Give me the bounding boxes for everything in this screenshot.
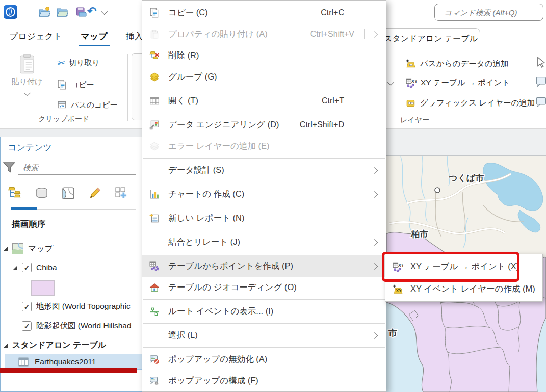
menu-item-add-error-layers[interactable]: エラー レイヤーの追加 (E): [142, 136, 386, 157]
list-by-data-source-icon[interactable]: [35, 187, 48, 200]
open-project-icon[interactable]: [56, 6, 68, 18]
menu-separator: [143, 206, 385, 206]
menu-item-display-route-events[interactable]: ルート イベントの表示... (I): [142, 301, 386, 322]
menu-split-divider: [364, 29, 365, 39]
arcgis-pro-logo: [4, 5, 17, 19]
tab-map[interactable]: マップ: [71, 24, 116, 48]
cut-button[interactable]: ✂ 切り取り: [57, 56, 100, 69]
menu-item-joins-relates[interactable]: 結合とリレート (J): [142, 231, 386, 253]
map-label-tsukuba: つくば市: [448, 173, 484, 183]
xy-table-to-point-icon: XY: [392, 261, 403, 272]
add-error-layers-icon: [149, 141, 160, 152]
filter-icon[interactable]: [3, 161, 15, 173]
annotation-red-underline: [0, 368, 137, 373]
data-engineering-icon: [149, 119, 160, 130]
menu-item-configure-popups[interactable]: ポップアップの構成 (F): [142, 370, 386, 391]
menu-item-data-design[interactable]: データ設計 (S): [142, 160, 386, 181]
tree-item-topographic[interactable]: ✓ 地形図 (World Topographic: [22, 301, 142, 312]
xy-table-to-point-button[interactable]: XY XY テーブル → ポイント: [406, 75, 510, 90]
expand-triangle-icon[interactable]: [13, 266, 17, 270]
snapshot-icon[interactable]: [62, 187, 75, 200]
context-menu: コピー (C) Ctrl+C プロパティの貼り付け (A) Ctrl+Shift…: [142, 0, 386, 392]
cut-icon: ✂: [57, 57, 65, 69]
menu-item-copy[interactable]: コピー (C) Ctrl+C: [142, 2, 386, 23]
copy-icon: [149, 7, 160, 18]
menu-separator: [143, 113, 385, 113]
menu-item-remove[interactable]: 削除 (R): [142, 45, 386, 66]
menu-item-data-engineering[interactable]: データ エンジニアリング (D) Ctrl+Shift+D: [142, 114, 386, 136]
new-project-icon[interactable]: [38, 6, 50, 18]
paste-dropdown-chevron[interactable]: [24, 90, 31, 96]
tree-item-map[interactable]: マップ: [4, 243, 53, 254]
topographic-checkbox[interactable]: ✓: [22, 302, 32, 311]
undo-icon[interactable]: ↶: [87, 4, 96, 18]
menu-item-new-report[interactable]: 新しい レポート (N): [142, 207, 386, 229]
tree-item-chiba[interactable]: ✓ Chiba: [13, 263, 57, 272]
paste-properties-icon: [149, 29, 160, 40]
edit-icon[interactable]: [88, 187, 101, 200]
hillshade-checkbox[interactable]: ✓: [22, 321, 32, 331]
contents-search[interactable]: [18, 160, 136, 175]
chiba-symbol-swatch[interactable]: [31, 280, 55, 296]
expand-triangle-icon[interactable]: [4, 247, 8, 251]
tab-project[interactable]: プロジェクト: [0, 24, 71, 48]
command-search-input[interactable]: [443, 8, 546, 17]
tree-item-hillshade[interactable]: ✓ 陰影起伏図 (World Hillshad: [22, 321, 142, 331]
menu-item-geocode-table[interactable]: テーブルの ジオコーディング (O): [142, 277, 386, 298]
map-label-kashiwa: 柏市: [410, 229, 428, 239]
menu-item-selection[interactable]: 選択 (L): [142, 325, 386, 346]
submenu-item-make-xy-event-layer[interactable]: XY XY イベント レイヤーの作成 (M): [385, 278, 542, 300]
add-graphics-layer-button[interactable]: グラフィックス レイヤーの追加: [406, 95, 535, 111]
command-search[interactable]: [434, 4, 543, 21]
submenu-arrow-icon: [371, 191, 378, 198]
tree-item-standalone-tables[interactable]: スタンドアロン テーブル: [4, 340, 106, 351]
group-layers-icon: [149, 71, 160, 83]
menu-separator: [143, 323, 385, 324]
menu-separator: [143, 347, 385, 348]
undo-dropdown-chevron[interactable]: [101, 8, 108, 15]
popup-tool-icon[interactable]: [535, 75, 546, 88]
contents-pane-title: コンテンツ: [8, 142, 52, 153]
menu-item-create-chart[interactable]: チャートの 作成 (C): [142, 184, 386, 205]
disable-popups-icon: [149, 354, 160, 365]
tree-item-earthquakes2011[interactable]: Earthquakes2011: [5, 354, 142, 370]
chiba-checkbox[interactable]: ✓: [22, 263, 32, 272]
xy-table-to-point-icon: XY: [406, 77, 417, 88]
popup-tool-icon[interactable]: [535, 96, 546, 108]
save-project-icon[interactable]: [75, 6, 87, 18]
contents-pane: コンテンツ 描画順序 マップ ✓ Chiba ✓ 地形図 (World Topo…: [0, 137, 142, 392]
list-by-drawing-order-icon[interactable]: [8, 187, 22, 200]
copy-path-icon: [57, 100, 67, 110]
submenu-arrow-icon: [371, 31, 378, 38]
menu-item-open[interactable]: 開く (T) Ctrl+T: [142, 90, 386, 112]
submenu-item-xy-table-to-point[interactable]: XY XY テーブル → ポイント (X): [385, 255, 542, 278]
copy-path-button[interactable]: パスのコピー: [57, 98, 118, 112]
geocode-table-icon: [149, 282, 160, 293]
menu-item-create-points-from-table[interactable]: テーブルからポイントを作成 (P): [142, 255, 386, 277]
add-data-from-path-button[interactable]: パスからのデータの追加: [406, 56, 508, 71]
submenu-arrow-icon: [371, 239, 378, 246]
svg-text:XY: XY: [411, 78, 417, 83]
contents-search-input[interactable]: [22, 163, 132, 172]
make-xy-event-layer-icon: XY: [392, 283, 403, 295]
menu-separator: [143, 158, 385, 159]
expand-triangle-icon[interactable]: [4, 344, 8, 348]
xy-submenu: XY XY テーブル → ポイント (X) XY XY イベント レイヤーの作成…: [385, 254, 543, 302]
toolbar-divider: [22, 6, 22, 19]
xy-dropdown-chevron[interactable]: [387, 79, 394, 86]
menu-item-paste-properties[interactable]: プロパティの貼り付け (A) Ctrl+Shift+V: [142, 23, 386, 45]
menu-item-disable-popups[interactable]: ポップアップの無効化 (A): [142, 349, 386, 370]
copy-icon: [57, 80, 67, 90]
create-chart-icon: [149, 189, 160, 200]
route-events-icon: [149, 306, 160, 317]
clipboard-group-label: クリップボード: [20, 115, 107, 124]
pointer-arrow-icon[interactable]: [535, 56, 546, 68]
contents-toolbar: [8, 182, 140, 204]
menu-item-group[interactable]: グループ (G): [142, 66, 386, 88]
labeling-icon[interactable]: [115, 187, 128, 200]
contextual-tab-standalone-table[interactable]: スタンドアロン テーブル: [381, 28, 480, 49]
paste-button[interactable]: 貼り付け: [9, 53, 45, 113]
configure-popups-icon: [149, 375, 160, 386]
copy-button[interactable]: コピー: [57, 78, 94, 91]
submenu-arrow-icon: [371, 332, 378, 339]
